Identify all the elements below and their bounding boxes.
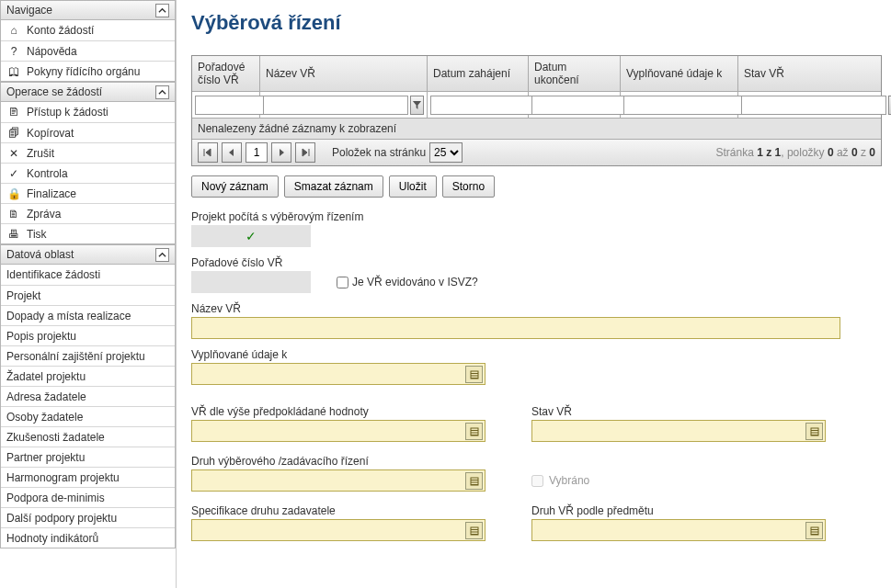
type-input[interactable] — [191, 469, 485, 492]
height-input[interactable] — [191, 420, 485, 442]
new-record-button[interactable]: Nový záznam — [191, 175, 279, 198]
type-label: Druh výběrového /zadávacího řízení — [191, 455, 485, 468]
collapse-icon[interactable] — [155, 85, 169, 99]
subject-picker-icon[interactable] — [805, 522, 823, 539]
nav-item[interactable]: 🗎Zpráva — [1, 203, 175, 223]
data-input[interactable] — [191, 363, 485, 385]
nav-item-label: Pokyny řídícího orgánu — [27, 65, 140, 78]
spec-picker-icon[interactable] — [465, 522, 483, 539]
nav-item[interactable]: Adresa žadatele — [1, 386, 175, 406]
selected-checkbox — [531, 475, 543, 487]
col-header-data[interactable]: Vyplňované údaje k — [621, 56, 738, 91]
pager-page-input[interactable] — [246, 142, 268, 163]
nav-item[interactable]: Osoby žadatele — [1, 406, 175, 426]
filter-btn-name[interactable] — [410, 96, 424, 115]
spec-input[interactable] — [191, 519, 485, 541]
filter-name[interactable] — [263, 96, 408, 115]
cancel-button[interactable]: Storno — [442, 175, 495, 198]
pager-first[interactable] — [198, 142, 218, 163]
data-label: Vyplňované údaje k — [191, 348, 882, 361]
state-picker-icon[interactable] — [805, 423, 823, 440]
type-picker-icon[interactable] — [465, 472, 483, 490]
nav-item-icon: ✓ — [6, 167, 21, 180]
name-input[interactable] — [191, 317, 840, 339]
nav-item-label: Zkušenosti žadatele — [6, 431, 105, 444]
isvz-checkbox-wrapper[interactable]: Je VŘ evidováno v ISVZ? — [337, 276, 478, 288]
col-header-end[interactable]: Datum ukončení — [529, 56, 621, 91]
nav-item-label: Partner projektu — [6, 451, 85, 464]
state-label: Stav VŘ — [531, 405, 826, 418]
nav-item-label: Žadatel projektu — [6, 370, 86, 383]
nav-item[interactable]: ✓Kontrola — [1, 163, 175, 183]
nav-item[interactable]: Podpora de-minimis — [1, 487, 175, 507]
pager-info: Stránka 1 z 1, položky 0 až 0 z 0 — [716, 146, 876, 159]
nav-item[interactable]: 🗐Kopírovat — [1, 122, 175, 142]
nav-group-header[interactable]: Navigace — [0, 0, 176, 20]
filter-state[interactable] — [741, 96, 886, 115]
nav-item[interactable]: Harmonogram projektu — [1, 467, 175, 487]
main-content: Výběrová řízení Pořadové číslo VŘ Název … — [177, 0, 891, 588]
nav-group-title: Datová oblast — [6, 245, 74, 264]
grid-filter-row — [192, 92, 881, 119]
nav-group-list: ⌂Konto žádostí?Nápověda🕮Pokyny řídícího … — [0, 20, 176, 82]
nav-item[interactable]: ⌂Konto žádostí — [1, 20, 175, 40]
seq-label: Pořadové číslo VŘ — [191, 256, 882, 269]
height-picker-icon[interactable] — [465, 423, 483, 440]
nav-item-label: Nápověda — [27, 45, 77, 58]
col-header-start[interactable]: Datum zahájení — [428, 56, 529, 91]
nav-item-icon: 🔒 — [6, 187, 21, 200]
col-header-name[interactable]: Název VŘ — [260, 56, 428, 91]
nav-item[interactable]: ✕Zrušit — [1, 142, 175, 163]
nav-item-label: Konto žádostí — [27, 24, 94, 37]
nav-item[interactable]: Projekt — [1, 285, 175, 305]
nav-item-icon: 🖶 — [6, 228, 21, 241]
nav-item[interactable]: 🖶Tisk — [1, 223, 175, 243]
svg-rect-20 — [811, 527, 818, 535]
svg-rect-12 — [471, 478, 478, 485]
collapse-icon[interactable] — [155, 4, 169, 17]
nav-item[interactable]: Zkušenosti žadatele — [1, 426, 175, 447]
grid-header: Pořadové číslo VŘ Název VŘ Datum zahájen… — [192, 56, 881, 92]
nav-item[interactable]: Hodnoty indikátorů — [1, 527, 175, 548]
data-picker-icon[interactable] — [465, 366, 483, 383]
pager-next[interactable] — [271, 142, 291, 163]
nav-item-label: Podpora de-minimis — [6, 492, 105, 504]
nav-item[interactable]: Identifikace žádosti — [1, 265, 175, 285]
subject-input[interactable] — [531, 519, 826, 541]
page-title: Výběrová řízení — [191, 11, 882, 35]
state-input[interactable] — [531, 420, 826, 442]
nav-item-label: Identifikace žádosti — [6, 268, 100, 281]
pager-per-page-label: Položek na stránku — [332, 146, 426, 159]
nav-item-label: Další podpory projektu — [6, 512, 117, 525]
nav-item[interactable]: 🖹Přístup k žádosti — [1, 102, 175, 122]
nav-item[interactable]: Další podpory projektu — [1, 507, 175, 527]
height-label: VŘ dle výše předpokládané hodnoty — [191, 405, 485, 418]
nav-group-header[interactable]: Datová oblast — [0, 244, 176, 265]
delete-record-button[interactable]: Smazat záznam — [284, 175, 383, 198]
save-button[interactable]: Uložit — [389, 175, 437, 198]
grid: Pořadové číslo VŘ Název VŘ Datum zahájen… — [191, 55, 882, 166]
svg-rect-0 — [471, 371, 478, 379]
nav-item-icon: 🗎 — [6, 208, 21, 220]
nav-item[interactable]: Personální zajištění projektu — [1, 345, 175, 366]
nav-item[interactable]: Žadatel projektu — [1, 366, 175, 386]
collapse-icon[interactable] — [155, 248, 169, 262]
col-header-seq[interactable]: Pořadové číslo VŘ — [192, 56, 260, 91]
nav-item-label: Zrušit — [27, 147, 54, 160]
nav-item[interactable]: Dopady a místa realizace — [1, 305, 175, 325]
nav-item[interactable]: 🕮Pokyny řídícího orgánu — [1, 61, 175, 81]
seq-value — [191, 271, 311, 293]
nav-item-label: Osoby žadatele — [6, 411, 83, 424]
col-header-state[interactable]: Stav VŘ — [738, 56, 881, 91]
proc-label: Projekt počítá s výběrovým řízením — [191, 210, 882, 223]
nav-group-header[interactable]: Operace se žádostí — [0, 82, 176, 102]
isvz-checkbox[interactable] — [337, 277, 348, 288]
pager-per-page[interactable]: 25 — [429, 142, 463, 163]
nav-item[interactable]: 🔒Finalizace — [1, 183, 175, 203]
nav-item[interactable]: ?Nápověda — [1, 40, 175, 61]
pager-prev[interactable] — [222, 142, 242, 163]
pager-last[interactable] — [295, 142, 315, 163]
nav-item[interactable]: Partner projektu — [1, 447, 175, 467]
nav-item-label: Finalizace — [27, 187, 76, 200]
nav-item[interactable]: Popis projektu — [1, 325, 175, 345]
